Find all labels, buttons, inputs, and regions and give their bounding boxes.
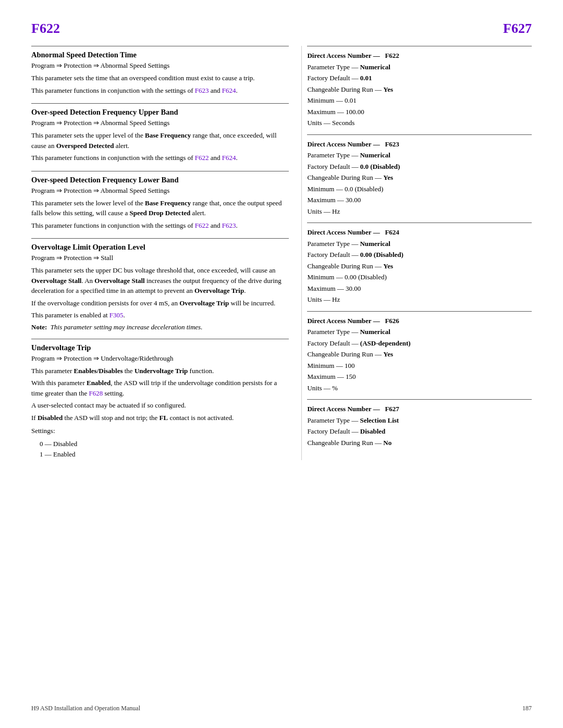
spec-direct-access-2: Direct Access Number — F623 bbox=[307, 139, 532, 150]
setting-1: 1 — Enabled bbox=[40, 449, 289, 460]
page: F622 F627 Abnormal Speed Detection Time … bbox=[0, 0, 563, 728]
spec-minimum-3: Minimum — 0.00 (Disabled) bbox=[307, 272, 532, 282]
spec-param-type-4: Parameter Type — Numerical bbox=[307, 327, 532, 337]
param-title-5: Undervoltage Trip bbox=[31, 343, 289, 352]
settings-list: 0 — Disabled 1 — Enabled bbox=[40, 439, 289, 461]
spec-section-f623: Direct Access Number — F623 Parameter Ty… bbox=[307, 134, 532, 223]
spec-factory-default-5: Factory Default — Disabled bbox=[307, 426, 532, 437]
spec-maximum-2: Maximum — 30.00 bbox=[307, 195, 532, 205]
footer-left: H9 ASD Installation and Operation Manual bbox=[31, 705, 140, 712]
link-f624-1[interactable]: F624 bbox=[222, 87, 236, 94]
right-column: Direct Access Number — F622 Parameter Ty… bbox=[301, 46, 532, 460]
param-desc-1a: This parameter sets the time that an ove… bbox=[31, 73, 289, 95]
left-column: Abnormal Speed Detection Time Program ⇒ … bbox=[31, 46, 301, 460]
spec-changeable-5: Changeable During Run — No bbox=[307, 438, 532, 448]
param-path-1: Program ⇒ Protection ⇒ Abnormal Speed Se… bbox=[31, 61, 289, 70]
content-area: Abnormal Speed Detection Time Program ⇒ … bbox=[31, 46, 532, 460]
link-f622-3[interactable]: F622 bbox=[195, 221, 209, 229]
spec-direct-access-5: Direct Access Number — F627 bbox=[307, 404, 532, 414]
link-f622-2[interactable]: F622 bbox=[195, 154, 209, 162]
spec-direct-access-1: Direct Access Number — F622 bbox=[307, 51, 532, 61]
spec-changeable-4: Changeable During Run — Yes bbox=[307, 349, 532, 360]
page-header: F622 F627 bbox=[31, 21, 532, 36]
param-title-2: Over-speed Detection Frequency Upper Ban… bbox=[31, 108, 289, 117]
header-right: F627 bbox=[503, 21, 532, 36]
param-title-4: Overvoltage Limit Operation Level bbox=[31, 243, 289, 252]
spec-changeable-3: Changeable During Run — Yes bbox=[307, 261, 532, 272]
link-f628[interactable]: F628 bbox=[89, 389, 103, 397]
spec-maximum-3: Maximum — 30.00 bbox=[307, 283, 532, 294]
param-desc-4: This parameter sets the upper DC bus vol… bbox=[31, 265, 289, 320]
spec-factory-default-2: Factory Default — 0.0 (Disabled) bbox=[307, 162, 532, 172]
param-path-5: Program ⇒ Protection ⇒ Undervoltage/Ride… bbox=[31, 354, 289, 363]
param-desc-3: This parameter sets the lower level of t… bbox=[31, 198, 289, 231]
settings-label: Settings: bbox=[31, 426, 289, 436]
section-overvoltage-limit: Overvoltage Limit Operation Level Progra… bbox=[31, 238, 289, 339]
link-f624-2[interactable]: F624 bbox=[222, 154, 236, 162]
spec-maximum-4: Maximum — 150 bbox=[307, 372, 532, 382]
spec-minimum-2: Minimum — 0.0 (Disabled) bbox=[307, 184, 532, 194]
setting-0: 0 — Disabled bbox=[40, 439, 289, 450]
param-path-2: Program ⇒ Protection ⇒ Abnormal Speed Se… bbox=[31, 119, 289, 127]
spec-param-type-3: Parameter Type — Numerical bbox=[307, 239, 532, 249]
link-f623-3[interactable]: F623 bbox=[222, 221, 236, 229]
section-abnormal-speed-detection-time: Abnormal Speed Detection Time Program ⇒ … bbox=[31, 46, 289, 103]
spec-factory-default-1: Factory Default — 0.01 bbox=[307, 73, 532, 83]
spec-factory-default-4: Factory Default — (ASD-dependent) bbox=[307, 338, 532, 349]
spec-units-3: Units — Hz bbox=[307, 294, 532, 305]
spec-minimum-1: Minimum — 0.01 bbox=[307, 95, 532, 106]
spec-section-f626: Direct Access Number — F626 Parameter Ty… bbox=[307, 311, 532, 400]
spec-minimum-4: Minimum — 100 bbox=[307, 361, 532, 371]
spec-section-f624: Direct Access Number — F624 Parameter Ty… bbox=[307, 223, 532, 311]
spec-direct-access-3: Direct Access Number — F624 bbox=[307, 227, 532, 238]
section-overspeed-lower: Over-speed Detection Frequency Lower Ban… bbox=[31, 171, 289, 239]
link-f623-1[interactable]: F623 bbox=[195, 87, 209, 94]
spec-section-f622: Direct Access Number — F622 Parameter Ty… bbox=[307, 46, 532, 134]
link-f305[interactable]: F305 bbox=[109, 311, 124, 319]
header-left: F622 bbox=[31, 21, 60, 36]
section-undervoltage-trip: Undervoltage Trip Program ⇒ Protection ⇒… bbox=[31, 339, 289, 461]
param-path-4: Program ⇒ Protection ⇒ Stall bbox=[31, 254, 289, 262]
spec-param-type-1: Parameter Type — Numerical bbox=[307, 62, 532, 72]
spec-factory-default-3: Factory Default — 0.00 (Disabled) bbox=[307, 250, 532, 260]
param-title-3: Over-speed Detection Frequency Lower Ban… bbox=[31, 176, 289, 184]
spec-direct-access-4: Direct Access Number — F626 bbox=[307, 316, 532, 326]
spec-param-type-2: Parameter Type — Numerical bbox=[307, 150, 532, 161]
spec-units-4: Units — % bbox=[307, 383, 532, 393]
param-desc-2: This parameter sets the upper level of t… bbox=[31, 130, 289, 163]
section-overspeed-upper: Over-speed Detection Frequency Upper Ban… bbox=[31, 103, 289, 171]
spec-changeable-1: Changeable During Run — Yes bbox=[307, 84, 532, 95]
page-footer: H9 ASD Installation and Operation Manual… bbox=[31, 705, 532, 712]
spec-units-1: Units — Seconds bbox=[307, 118, 532, 128]
param-title-1: Abnormal Speed Detection Time bbox=[31, 51, 289, 59]
spec-param-type-5: Parameter Type — Selection List bbox=[307, 415, 532, 426]
footer-right: 187 bbox=[522, 705, 532, 712]
note-overvoltage: Note: This parameter setting may increas… bbox=[31, 323, 289, 331]
spec-changeable-2: Changeable During Run — Yes bbox=[307, 172, 532, 183]
spec-units-2: Units — Hz bbox=[307, 206, 532, 217]
spec-section-f627: Direct Access Number — F627 Parameter Ty… bbox=[307, 399, 532, 454]
spec-maximum-1: Maximum — 100.00 bbox=[307, 107, 532, 117]
param-path-3: Program ⇒ Protection ⇒ Abnormal Speed Se… bbox=[31, 187, 289, 195]
param-desc-5: This parameter Enables/Disables the Unde… bbox=[31, 366, 289, 423]
